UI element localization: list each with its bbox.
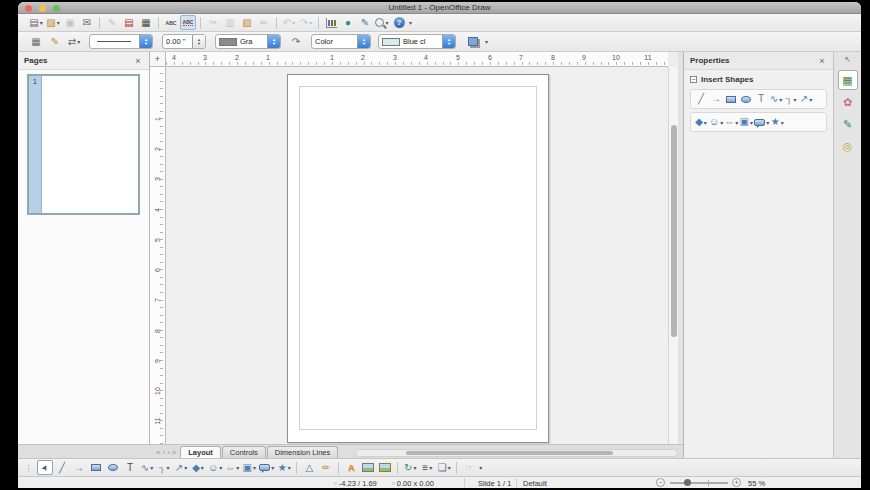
sidebar-tab-navigator[interactable]: ◎ [838,136,858,156]
symbol-shapes-tool[interactable]: ☺▾ [709,115,723,129]
page-thumbnail[interactable]: 1 [27,74,140,215]
copy-button[interactable]: ▥ [222,15,238,30]
line-style-stepper[interactable]: ▲▼ [139,35,152,48]
arrange-tool[interactable]: ❏▾ [436,460,452,475]
styles-formatting-button[interactable]: ▦ [28,34,44,49]
spellcheck-button[interactable]: ABC [163,15,179,30]
insert-image-button[interactable] [360,460,376,475]
ellipse-tool[interactable] [739,92,753,106]
redo-button[interactable]: ↷▾ [298,15,314,30]
email-button[interactable]: ✉ [79,15,95,30]
curve-tool[interactable]: ∿▾ [769,92,783,106]
vertical-scrollbar-thumb[interactable] [671,125,677,337]
line-tool[interactable]: ╱ [694,92,708,106]
close-icon[interactable]: × [817,56,827,66]
line-width-field[interactable]: 0.00 " ▲▼ [162,34,206,49]
zoom-in-button[interactable]: + [732,478,741,487]
zoom-button[interactable]: ▾ [374,15,390,30]
select-tool[interactable]: ➤ [37,460,53,475]
undo-button[interactable]: ↶▾ [281,15,297,30]
fill-type-stepper[interactable]: ▲▼ [357,35,370,48]
arrow-tool[interactable]: → [71,460,87,475]
tab-controls[interactable]: Controls [222,446,266,458]
line-tool[interactable]: ╱ [54,460,70,475]
ellipse-tool[interactable] [105,460,121,475]
previous-tab-icon[interactable]: ‹ [162,448,165,457]
tab-dimension-lines[interactable]: Dimension Lines [267,446,338,458]
edit-file-button[interactable]: ✎ [104,15,120,30]
next-tab-icon[interactable]: › [167,448,170,457]
horizontal-scrollbar[interactable] [355,449,678,457]
area-dialog-button[interactable]: ↷ [288,34,304,49]
sidebar-tab-properties[interactable]: ▦ [838,70,858,90]
fontwork-button[interactable]: A [343,460,359,475]
format-paintbrush-button[interactable]: ✏ [256,15,272,30]
rectangle-tool[interactable] [724,92,738,106]
callouts-tool[interactable]: ▾ [258,460,275,475]
insert-chart-button[interactable] [323,15,339,30]
edit-points-button[interactable]: ✎ [357,15,373,30]
edit-points-tool[interactable]: △ [301,460,317,475]
toolbar-overflow-icon[interactable]: ▾ [409,19,412,26]
paste-button[interactable]: ▧ [239,15,255,30]
fill-color-stepper[interactable]: ▲▼ [442,35,455,48]
rectangle-tool[interactable] [88,460,104,475]
print-button[interactable]: ▦ [138,15,154,30]
arrowheads-button[interactable]: ⇄▾ [66,34,82,49]
new-document-button[interactable]: ▤▾ [28,15,44,30]
stars-tool[interactable]: ★▾ [276,460,292,475]
cut-button[interactable]: ✂ [205,15,221,30]
first-tab-icon[interactable]: « [156,448,160,457]
close-icon[interactable]: × [133,56,143,66]
gallery-button[interactable] [377,460,393,475]
open-button[interactable]: ▨▾ [45,15,61,30]
basic-shapes-tool[interactable]: ◆▾ [190,460,206,475]
help-button[interactable]: ? [391,15,407,30]
sidebar-tab-gallery[interactable]: ✿ [838,92,858,112]
flowchart-tool[interactable]: ▣▾ [739,115,753,129]
last-tab-icon[interactable]: » [172,448,176,457]
basic-shapes-tool[interactable]: ◆▾ [694,115,708,129]
toolbar-overflow-icon[interactable]: ▾ [485,38,488,45]
page[interactable] [287,74,549,443]
line-color-stepper[interactable]: ▲▼ [267,35,280,48]
save-button[interactable]: ▣ [62,15,78,30]
tab-layout[interactable]: Layout [180,446,221,458]
vertical-scrollbar[interactable] [668,67,678,444]
zoom-out-button[interactable]: − [656,478,665,487]
interaction-button[interactable]: ☞ [461,460,477,475]
block-arrows-tool[interactable]: ⇔▾ [224,460,240,475]
curve-tool[interactable]: ∿▾ [139,460,155,475]
text-tool[interactable]: T [754,92,768,106]
line-width-value[interactable]: 0.00 " [163,35,192,48]
callouts-tool[interactable]: ▾ [754,115,769,129]
autospellcheck-toggle[interactable]: ABC [180,15,196,30]
sidebar-pin-icon[interactable]: ↖ [834,55,861,64]
zoom-slider-track[interactable] [670,482,728,484]
line-color-select[interactable]: Gra ▲▼ [215,34,281,49]
lines-arrows-tool[interactable]: ↗▾ [799,92,813,106]
fill-color-select[interactable]: Blue cl ▲▼ [378,34,456,49]
fill-type-select[interactable]: Color ▲▼ [311,34,371,49]
hyperlink-button[interactable]: ● [340,15,356,30]
arrow-tool[interactable]: → [709,92,723,106]
toolbar-overflow-icon[interactable]: ▾ [479,464,482,471]
line-width-stepper[interactable]: ▲▼ [192,35,205,48]
flowchart-tool[interactable]: ▣▾ [241,460,257,475]
sidebar-tab-styles[interactable]: ✎ [838,114,858,134]
effects-tool[interactable]: ↻▾ [402,460,418,475]
symbol-shapes-tool[interactable]: ☺▾ [207,460,223,475]
horizontal-scrollbar-thumb[interactable] [406,451,613,455]
line-style-select[interactable]: ▲▼ [89,34,153,49]
alignment-tool[interactable]: ≡▾ [419,460,435,475]
line-dialog-button[interactable]: ✎ [47,34,63,49]
drawing-canvas[interactable] [166,67,668,444]
export-pdf-button[interactable]: ▤ [121,15,137,30]
connector-tool[interactable]: ┐▾ [784,92,798,106]
glue-points-tool[interactable]: ✏ [318,460,334,475]
page-style-status[interactable]: Default [523,479,547,488]
shadow-toggle[interactable] [465,34,481,49]
block-arrows-tool[interactable]: ⇔▾ [724,115,738,129]
connector-tool[interactable]: ┐▾ [156,460,172,475]
lines-arrows-tool[interactable]: ↗▾ [173,460,189,475]
